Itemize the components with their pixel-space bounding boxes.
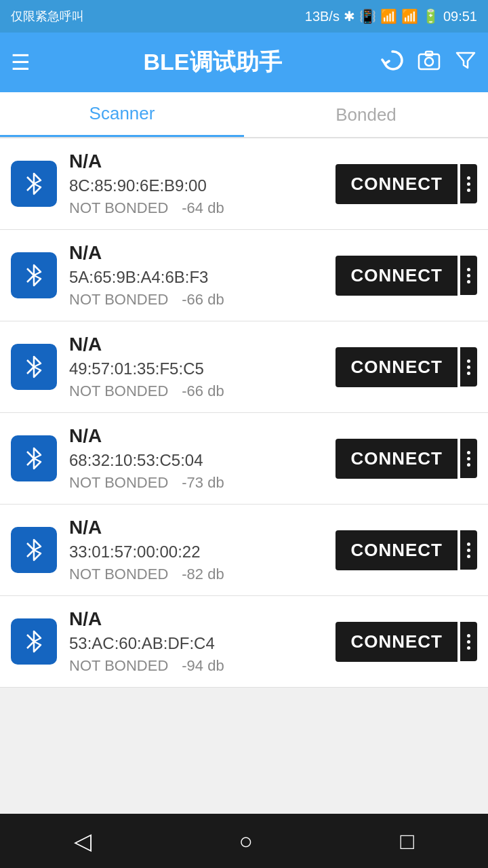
device-status-row: NOT BONDED -66 db	[69, 382, 336, 400]
device-signal-strength: -82 db	[182, 566, 224, 583]
device-status-row: NOT BONDED -73 db	[69, 474, 336, 492]
device-bonded-status: NOT BONDED	[69, 382, 168, 400]
recent-apps-button[interactable]: □	[401, 828, 415, 854]
tab-scanner[interactable]: Scanner	[0, 92, 244, 137]
svg-line-5	[27, 177, 34, 184]
device-signal-strength: -66 db	[182, 382, 224, 400]
bluetooth-device-icon	[11, 527, 57, 573]
list-item: N/A 33:01:57:00:00:22 NOT BONDED -82 db …	[0, 505, 488, 596]
device-info: N/A 33:01:57:00:00:22 NOT BONDED -82 db	[69, 517, 336, 583]
device-mac: 49:57:01:35:F5:C5	[69, 359, 336, 378]
menu-icon[interactable]: ☰	[11, 50, 30, 75]
svg-line-18	[27, 550, 34, 557]
connect-button[interactable]: CONNECT	[336, 439, 458, 479]
dot-icon	[467, 176, 470, 180]
device-signal-strength: -94 db	[182, 657, 224, 675]
dot-icon	[467, 182, 470, 186]
more-options-button[interactable]	[460, 622, 477, 661]
svg-line-20	[27, 635, 34, 642]
navigation-bar: ◁ ○ □	[0, 814, 488, 868]
svg-marker-7	[34, 265, 41, 285]
bluetooth-device-icon	[11, 344, 57, 390]
connect-button[interactable]: CONNECT	[336, 530, 458, 570]
vibrate-icon: 📳	[359, 8, 376, 24]
sim-icon: 📶	[401, 8, 418, 24]
svg-marker-3	[457, 53, 474, 68]
dot-icon	[467, 646, 470, 650]
svg-line-9	[27, 275, 34, 282]
list-item: N/A 5A:65:9B:A4:6B:F3 NOT BONDED -66 db …	[0, 230, 488, 321]
dot-icon	[467, 366, 470, 369]
svg-line-21	[27, 642, 34, 648]
filter-icon[interactable]	[454, 49, 477, 77]
dot-icon	[467, 268, 470, 271]
svg-marker-10	[34, 357, 41, 377]
app-header: ☰ BLE调试助手	[0, 33, 488, 92]
wifi-icon: 📶	[380, 8, 397, 24]
device-name: N/A	[69, 151, 336, 172]
device-name: N/A	[69, 517, 336, 538]
connect-area: CONNECT	[336, 622, 477, 662]
device-name: N/A	[69, 425, 336, 447]
device-list: N/A 8C:85:90:6E:B9:00 NOT BONDED -64 db …	[0, 138, 488, 688]
svg-line-8	[27, 269, 34, 275]
dot-icon	[467, 549, 470, 552]
time-display: 09:51	[443, 9, 477, 24]
home-button[interactable]: ○	[239, 828, 253, 854]
device-mac: 8C:85:90:6E:B9:00	[69, 176, 336, 195]
back-button[interactable]: ◁	[74, 827, 92, 854]
app-title: BLE调试助手	[44, 47, 381, 78]
dot-icon	[467, 555, 470, 558]
device-name: N/A	[69, 608, 336, 630]
header-actions	[381, 49, 477, 77]
svg-line-6	[27, 184, 34, 191]
svg-line-11	[27, 360, 34, 367]
dot-icon	[467, 359, 470, 363]
tab-bonded[interactable]: Bonded	[244, 92, 488, 137]
dot-icon	[467, 189, 470, 192]
dot-icon	[467, 634, 470, 637]
more-options-button[interactable]	[460, 164, 477, 203]
bluetooth-status-icon: ✱	[344, 8, 355, 24]
list-item: N/A 49:57:01:35:F5:C5 NOT BONDED -66 db …	[0, 321, 488, 413]
connect-button[interactable]: CONNECT	[336, 347, 458, 387]
connect-area: CONNECT	[336, 530, 477, 570]
speed-indicator: 13B/s	[305, 9, 340, 24]
connect-button[interactable]: CONNECT	[336, 164, 458, 204]
connect-area: CONNECT	[336, 164, 477, 204]
device-name: N/A	[69, 242, 336, 264]
dot-icon	[467, 640, 470, 644]
more-options-button[interactable]	[460, 530, 477, 570]
list-item: N/A 53:AC:60:AB:DF:C4 NOT BONDED -94 db …	[0, 596, 488, 688]
svg-rect-0	[419, 54, 439, 69]
bluetooth-device-icon	[11, 161, 57, 207]
refresh-icon[interactable]	[381, 49, 404, 77]
device-bonded-status: NOT BONDED	[69, 566, 168, 583]
svg-point-1	[425, 58, 433, 66]
connect-button[interactable]: CONNECT	[336, 256, 458, 296]
device-status-row: NOT BONDED -94 db	[69, 657, 336, 675]
more-options-button[interactable]	[460, 347, 477, 387]
svg-marker-4	[34, 174, 41, 194]
device-info: N/A 49:57:01:35:F5:C5 NOT BONDED -66 db	[69, 334, 336, 400]
list-item: N/A 8C:85:90:6E:B9:00 NOT BONDED -64 db …	[0, 138, 488, 230]
bluetooth-device-icon	[11, 618, 57, 665]
device-info: N/A 53:AC:60:AB:DF:C4 NOT BONDED -94 db	[69, 608, 336, 675]
emergency-text: 仅限紧急呼叫	[11, 8, 84, 24]
device-mac: 53:AC:60:AB:DF:C4	[69, 634, 336, 653]
more-options-button[interactable]	[460, 256, 477, 295]
dot-icon	[467, 542, 470, 546]
device-bonded-status: NOT BONDED	[69, 291, 168, 309]
dot-icon	[467, 274, 470, 277]
device-info: N/A 68:32:10:53:C5:04 NOT BONDED -73 db	[69, 425, 336, 492]
connect-button[interactable]: CONNECT	[336, 622, 458, 662]
camera-icon[interactable]	[418, 49, 441, 77]
device-mac: 33:01:57:00:00:22	[69, 542, 336, 561]
device-mac: 68:32:10:53:C5:04	[69, 451, 336, 470]
device-status-row: NOT BONDED -64 db	[69, 199, 336, 217]
connect-area: CONNECT	[336, 347, 477, 387]
device-status-row: NOT BONDED -66 db	[69, 291, 336, 309]
more-options-button[interactable]	[460, 439, 477, 478]
device-info: N/A 8C:85:90:6E:B9:00 NOT BONDED -64 db	[69, 151, 336, 217]
device-signal-strength: -64 db	[182, 199, 224, 217]
